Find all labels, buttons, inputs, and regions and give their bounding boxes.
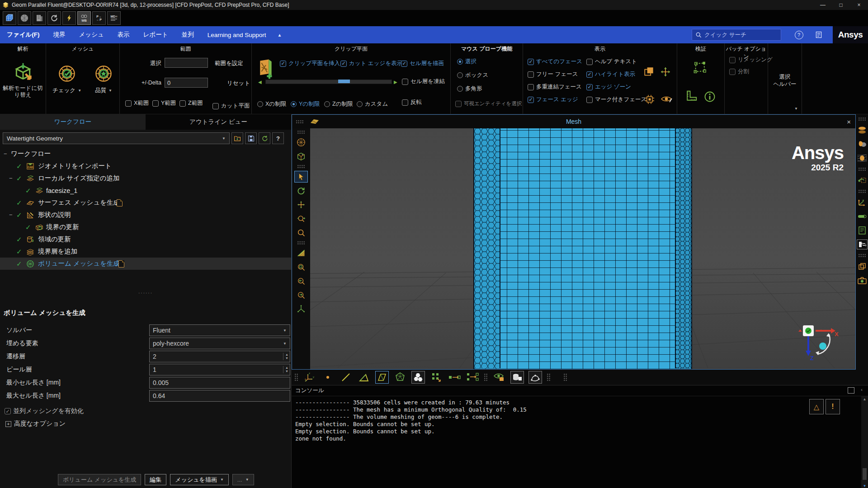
hatched-surface-icon[interactable] (857, 153, 868, 163)
limit-y-radio[interactable]: Yの制限 (291, 100, 320, 108)
warnings-button[interactable]: △ (809, 399, 824, 414)
delta-input[interactable] (165, 78, 208, 88)
maximize-button[interactable]: □ (832, 0, 850, 10)
notes-icon[interactable] (813, 29, 825, 41)
all-faces-checkbox[interactable]: ✓すべてのフェース (528, 58, 582, 66)
menu-report[interactable]: レポート (137, 26, 175, 43)
limit-z-radio[interactable]: Zの制限 (324, 100, 353, 108)
separate-faces-icon[interactable] (448, 371, 461, 384)
split-checkbox[interactable]: ✓分割 (729, 68, 749, 75)
workflow-help-icon[interactable]: ? (272, 132, 284, 144)
spline-region-icon[interactable] (528, 371, 542, 384)
import-workflow-icon[interactable] (231, 132, 243, 144)
performance-lightning-icon[interactable] (62, 11, 76, 25)
switch-analysis-mode-icon[interactable] (13, 62, 33, 82)
max-cell-length-input[interactable] (149, 390, 290, 402)
expand-view-icon[interactable] (660, 66, 671, 78)
pan-tool-icon[interactable] (294, 199, 308, 211)
drag-handle[interactable] (563, 373, 567, 381)
zoom-in-out-tool-icon[interactable] (294, 213, 308, 225)
zoom-box-icon[interactable] (294, 261, 308, 273)
drag-handle[interactable] (858, 117, 866, 121)
menu-display[interactable]: 表示 (111, 26, 137, 43)
help-text-checkbox[interactable]: ✓ヘルプ テキスト (586, 58, 637, 66)
draw-faces-icon[interactable] (375, 371, 389, 384)
ribbon-collapse-icon[interactable]: ▲ (273, 33, 287, 38)
face-edges-checkbox[interactable]: ✓フェース エッジ (528, 96, 578, 103)
restore-selection-icon[interactable] (857, 175, 868, 185)
invert-checkbox[interactable]: ✓反転 (402, 99, 422, 106)
show-cut-edges-checkbox[interactable]: ✓カット エッジを表示 (340, 60, 402, 67)
snapshot-camera-icon[interactable] (857, 276, 868, 286)
drag-handle[interactable] (858, 253, 866, 258)
drag-handle[interactable] (294, 373, 298, 381)
tree-row-update-boundaries[interactable]: ✓ 境界の更新 (0, 221, 291, 233)
free-faces-checkbox[interactable]: ✓フリー フェース (528, 70, 578, 78)
zoom-next-icon[interactable] (294, 289, 308, 301)
probe-polygon-radio[interactable]: 多角形 (457, 85, 482, 93)
generate-volume-mesh-button[interactable]: ボリューム メッシュを生成 (58, 474, 141, 485)
rotate-tool-icon[interactable] (294, 185, 308, 197)
pointer-tool-icon[interactable] (294, 171, 308, 183)
clip-plane-slider[interactable] (265, 80, 392, 84)
draw-points-icon[interactable] (321, 371, 335, 384)
drag-handle[interactable] (547, 373, 551, 381)
insert-clip-plane-checkbox[interactable]: ✓クリップ平面を挿入 (280, 60, 340, 67)
reset-button[interactable]: リセット (227, 80, 250, 87)
fluent-launcher-icon[interactable] (3, 11, 16, 25)
drag-handle[interactable] (297, 130, 305, 134)
switch-analysis-mode-button[interactable]: 解析モードに切り替え (2, 85, 44, 99)
close-button[interactable]: × (850, 0, 868, 10)
axis-annotate-icon[interactable] (857, 197, 868, 207)
tree-row-add-boundary-layers[interactable]: ✓ 境界層を追加 (0, 245, 291, 258)
slider-left-icon[interactable]: ◀ (258, 80, 262, 84)
journal-icon[interactable]: MD≡ (107, 11, 121, 25)
parallel-processes-icon[interactable]: P→←P (92, 11, 106, 25)
bounds-select-input[interactable] (165, 58, 208, 68)
draw-cell-layer-checkbox[interactable]: ✓セル層を描画 (401, 60, 444, 67)
freeze-cell-layer-checkbox[interactable]: ✓セル層を凍結 (402, 78, 445, 85)
minimize-button[interactable]: — (814, 0, 832, 10)
menu-boundary[interactable]: 境界 (47, 26, 72, 43)
zoom-previous-icon[interactable] (294, 275, 308, 287)
panel-toggle-icon[interactable] (857, 239, 868, 249)
perspective-view-icon[interactable] (294, 247, 308, 259)
show-hidden-icon[interactable] (492, 371, 506, 384)
probe-box-radio[interactable]: ボックス (457, 71, 488, 79)
draw-triangles-icon[interactable] (357, 371, 371, 384)
drag-handle[interactable] (484, 373, 488, 381)
lens-display-icon[interactable] (857, 125, 868, 135)
merge-zones-icon[interactable] (466, 371, 479, 384)
cut-plane-checkbox[interactable]: ✓カット平面 (212, 102, 250, 110)
note-icon[interactable] (117, 199, 123, 206)
tree-row-facesize[interactable]: ✓ facesize_1 (0, 184, 291, 197)
refresh-icon[interactable] (47, 11, 61, 25)
chip-display-icon[interactable] (644, 94, 655, 105)
tree-row-add-local-sizing[interactable]: − ✓ ローカル サイズ指定の追加 (0, 172, 291, 184)
help-icon[interactable]: ? (793, 29, 805, 41)
drag-handle[interactable] (297, 241, 305, 245)
workbench-icon[interactable]: WB (77, 11, 91, 25)
console-collapse-icon[interactable]: ‹ (861, 387, 863, 392)
tree-row-import-geometry[interactable]: ✓ CAD ジオメトリをインポート (0, 160, 291, 172)
tree-row-update-regions[interactable]: ✓ 領域の更新 (0, 233, 291, 245)
drag-handle[interactable] (297, 164, 305, 169)
console-float-icon[interactable] (848, 387, 854, 394)
chevron-down-icon[interactable]: ▼ (794, 107, 798, 111)
drag-handle[interactable] (858, 167, 866, 171)
save-workflow-icon[interactable] (245, 132, 257, 144)
draw-cells-icon[interactable] (393, 371, 407, 384)
reset-workflow-icon[interactable] (259, 132, 270, 144)
geometry-sphere-icon[interactable] (18, 11, 31, 25)
multi-faces-checkbox[interactable]: ✓多重連結フェース (528, 83, 582, 91)
console-output[interactable]: ---------------- 35833506 cells were cre… (292, 396, 868, 488)
report-doc-icon[interactable] (857, 225, 868, 235)
y-range-checkbox[interactable]: ✓Y範囲 (152, 99, 176, 107)
edge-zones-checkbox[interactable]: ✓エッジ ゾーン (586, 83, 631, 91)
panel-splitter[interactable]: ······ (0, 291, 291, 296)
mesh-display-icon[interactable] (294, 136, 308, 148)
transition-layers-stepper[interactable]: 2▲▼ (149, 351, 290, 362)
tab-workflow[interactable]: ワークフロー (0, 114, 146, 130)
parallel-meshing-checkbox[interactable]: ✓ 並列メッシングを有効化 (5, 407, 84, 415)
draw-mesh-button[interactable]: メッシュを描画▼ (170, 474, 228, 485)
